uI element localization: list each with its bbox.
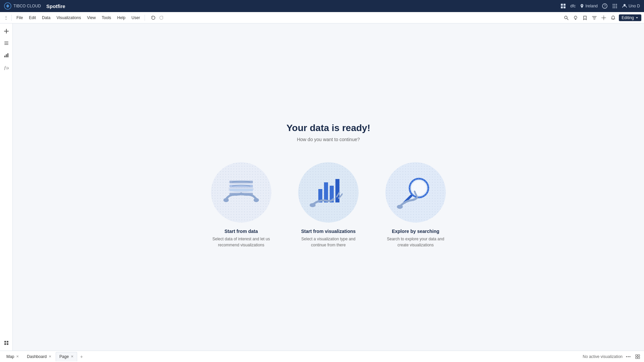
svg-point-18 bbox=[624, 4, 626, 6]
brand-label: TIBCO CLOUD bbox=[13, 4, 41, 8]
menu-file[interactable]: File bbox=[14, 14, 25, 21]
svg-rect-2 bbox=[561, 4, 563, 6]
svg-rect-24 bbox=[4, 56, 5, 57]
db-label: dfc bbox=[570, 4, 576, 8]
content-area: Your data is ready! How do you want to c… bbox=[13, 23, 644, 351]
grid-icon[interactable] bbox=[560, 3, 566, 9]
chevron-down-icon bbox=[635, 16, 639, 19]
card-vis-desc: Select a visualization type and continue… bbox=[295, 236, 362, 248]
add-page-icon[interactable] bbox=[1, 26, 11, 36]
insights-button[interactable] bbox=[572, 14, 579, 21]
svg-rect-52 bbox=[636, 355, 637, 356]
top-bar-right: dfc Ireland ? Uno D bbox=[560, 3, 640, 9]
svg-rect-36 bbox=[229, 189, 253, 191]
svg-point-19 bbox=[565, 16, 567, 19]
svg-text:?: ? bbox=[604, 4, 606, 8]
bottom-grid-icon[interactable] bbox=[634, 353, 641, 360]
search-button[interactable] bbox=[562, 14, 570, 21]
card-vis-illustration bbox=[298, 162, 359, 223]
card-start-from-visualizations[interactable]: Start from visualizations Select a visua… bbox=[291, 159, 365, 251]
svg-point-10 bbox=[614, 4, 615, 5]
visualizations-panel-icon[interactable] bbox=[1, 50, 11, 60]
tab-map-close[interactable]: ✕ bbox=[16, 355, 19, 358]
svg-rect-22 bbox=[4, 43, 8, 44]
card-start-from-data[interactable]: Start from data Select data of interest … bbox=[204, 159, 278, 251]
notifications-button[interactable] bbox=[609, 14, 617, 21]
card-vis-title: Start from visualizations bbox=[301, 229, 356, 234]
svg-rect-21 bbox=[4, 42, 8, 42]
menu-data[interactable]: Data bbox=[39, 14, 53, 21]
svg-rect-29 bbox=[4, 341, 6, 343]
svg-point-17 bbox=[616, 7, 617, 8]
svg-rect-30 bbox=[7, 341, 8, 343]
svg-rect-54 bbox=[636, 357, 637, 359]
svg-rect-32 bbox=[7, 343, 8, 345]
apps-grid-icon[interactable] bbox=[612, 3, 618, 9]
svg-rect-26 bbox=[7, 53, 8, 57]
svg-point-13 bbox=[614, 6, 615, 7]
svg-rect-23 bbox=[4, 44, 8, 45]
svg-point-50 bbox=[628, 356, 629, 357]
svg-point-16 bbox=[614, 7, 615, 8]
settings-button[interactable] bbox=[600, 14, 607, 21]
svg-rect-5 bbox=[564, 6, 566, 8]
svg-point-20 bbox=[603, 17, 604, 18]
svg-point-9 bbox=[612, 4, 613, 5]
formula-icon[interactable]: f(x) bbox=[1, 62, 11, 72]
redo-button[interactable] bbox=[158, 14, 165, 21]
menu-view[interactable]: View bbox=[85, 14, 99, 21]
menu-divider-1 bbox=[11, 15, 12, 21]
bottom-more-icon[interactable] bbox=[625, 353, 632, 360]
svg-rect-55 bbox=[638, 357, 640, 359]
bottom-tab-bar: Map ✕ Dashboard ✕ Page ✕ + No active vis… bbox=[0, 351, 644, 362]
card-search-desc: Search to explore your data and create v… bbox=[382, 236, 449, 248]
menu-dots-button[interactable]: ⋮ bbox=[3, 14, 9, 21]
menu-user[interactable]: User bbox=[129, 14, 143, 21]
card-data-title: Start from data bbox=[224, 229, 258, 234]
menu-help[interactable]: Help bbox=[114, 14, 128, 21]
filter-button[interactable] bbox=[591, 14, 598, 21]
svg-point-51 bbox=[630, 356, 631, 357]
svg-text:(x): (x) bbox=[6, 66, 9, 70]
top-bar: TIBCO CLOUD Spotfire dfc Ireland ? Uno D bbox=[0, 0, 644, 12]
card-explore-by-searching[interactable]: Explore by searching Search to explore y… bbox=[379, 159, 452, 251]
undo-button[interactable] bbox=[150, 14, 157, 21]
svg-rect-3 bbox=[564, 4, 566, 6]
add-tab-button[interactable]: + bbox=[78, 353, 85, 360]
menu-edit[interactable]: Edit bbox=[26, 14, 39, 21]
bottom-bar-right: No active visualization bbox=[583, 353, 641, 360]
svg-point-11 bbox=[616, 4, 617, 5]
svg-point-39 bbox=[254, 198, 259, 202]
tab-page-close[interactable]: ✕ bbox=[71, 355, 73, 358]
app-logo[interactable]: TIBCO CLOUD bbox=[4, 2, 41, 10]
svg-rect-43 bbox=[335, 179, 339, 202]
svg-point-49 bbox=[626, 356, 627, 357]
card-data-desc: Select data of interest and let us recom… bbox=[208, 236, 275, 248]
pages-list-icon[interactable] bbox=[1, 38, 11, 48]
left-sidebar: f(x) bbox=[0, 23, 13, 351]
card-data-illustration bbox=[211, 162, 271, 223]
hero-title: Your data is ready! bbox=[286, 123, 370, 133]
svg-rect-25 bbox=[6, 54, 7, 57]
main-layout: f(x) Your data is ready! How do you want… bbox=[0, 23, 644, 351]
dashboard-icon[interactable] bbox=[1, 338, 11, 348]
status-label: No active visualization bbox=[583, 354, 623, 359]
svg-point-6 bbox=[582, 5, 583, 6]
svg-point-1 bbox=[7, 5, 9, 7]
svg-point-48 bbox=[397, 205, 403, 209]
svg-point-46 bbox=[412, 181, 426, 195]
user-menu[interactable]: Uno D bbox=[622, 3, 640, 9]
menu-visualizations[interactable]: Visualizations bbox=[54, 14, 84, 21]
bookmark-button[interactable] bbox=[581, 14, 589, 21]
location-label[interactable]: Ireland bbox=[580, 4, 598, 8]
location-icon bbox=[580, 4, 584, 8]
tab-dashboard-close[interactable]: ✕ bbox=[49, 355, 51, 358]
tab-map[interactable]: Map ✕ bbox=[3, 352, 22, 361]
help-icon[interactable]: ? bbox=[602, 3, 608, 9]
tab-page[interactable]: Page ✕ bbox=[56, 352, 77, 361]
tab-dashboard[interactable]: Dashboard ✕ bbox=[23, 352, 55, 361]
svg-rect-53 bbox=[638, 355, 640, 356]
menu-tools[interactable]: Tools bbox=[99, 14, 114, 21]
editing-badge[interactable]: Editing bbox=[619, 14, 641, 21]
svg-point-14 bbox=[616, 6, 617, 7]
